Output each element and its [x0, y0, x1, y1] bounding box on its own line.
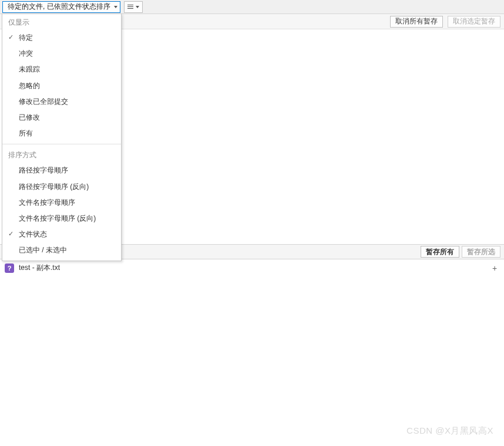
menu-item-sort-3[interactable]: 文件名按字母顺序 (反向)	[2, 211, 121, 227]
file-item[interactable]: ?test - 副本.txt+	[0, 259, 504, 276]
menu-item-show-4[interactable]: 修改已全部提交	[2, 94, 121, 110]
stash-all-button[interactable]: 暂存所有	[421, 246, 459, 258]
dropdown-label: 待定的文件, 已依照文件状态排序	[8, 2, 110, 12]
menu-item-show-0[interactable]: 待定	[2, 30, 121, 46]
chevron-down-icon	[114, 6, 117, 8]
menu-section-show: 仅显示	[2, 14, 121, 30]
unstaged-file-list: ?test - 副本.txt+	[0, 259, 504, 276]
cancel-all-stash-button[interactable]: 取消所有暂存	[390, 16, 443, 28]
menu-section-sort: 排序方式	[2, 147, 121, 163]
list-options-button[interactable]	[124, 1, 143, 13]
menu-divider	[2, 144, 121, 144]
stash-selected-button[interactable]: 暂存所选	[462, 246, 500, 258]
menu-item-sort-1[interactable]: 路径按字母顺序 (反向)	[2, 179, 121, 195]
menu-item-show-1[interactable]: 冲突	[2, 46, 121, 62]
menu-item-sort-4[interactable]: 文件状态	[2, 227, 121, 242]
filter-sort-dropdown[interactable]: 待定的文件, 已依照文件状态排序	[2, 1, 120, 13]
file-name: test - 副本.txt	[19, 263, 490, 273]
hamburger-icon	[127, 5, 133, 9]
menu-item-sort-5[interactable]: 已选中 / 未选中	[2, 242, 121, 258]
menu-item-show-2[interactable]: 未跟踪	[2, 62, 121, 77]
menu-item-sort-2[interactable]: 文件名按字母顺序	[2, 195, 121, 211]
menu-item-sort-0[interactable]: 路径按字母顺序	[2, 163, 121, 178]
chevron-down-icon	[136, 6, 139, 8]
toolbar: 待定的文件, 已依照文件状态排序	[0, 0, 504, 14]
menu-item-show-3[interactable]: 忽略的	[2, 78, 121, 94]
stage-file-button[interactable]: +	[490, 263, 499, 273]
watermark: CSDN @X月黑风高X	[406, 425, 493, 437]
filter-sort-menu: 仅显示 待定冲突未跟踪忽略的修改已全部提交已修改所有 排序方式 路径按字母顺序路…	[2, 13, 122, 261]
file-status-icon: ?	[5, 263, 14, 273]
menu-item-show-6[interactable]: 所有	[2, 126, 121, 141]
menu-item-show-5[interactable]: 已修改	[2, 110, 121, 126]
cancel-selected-stash-button[interactable]: 取消选定暂存	[448, 16, 500, 28]
